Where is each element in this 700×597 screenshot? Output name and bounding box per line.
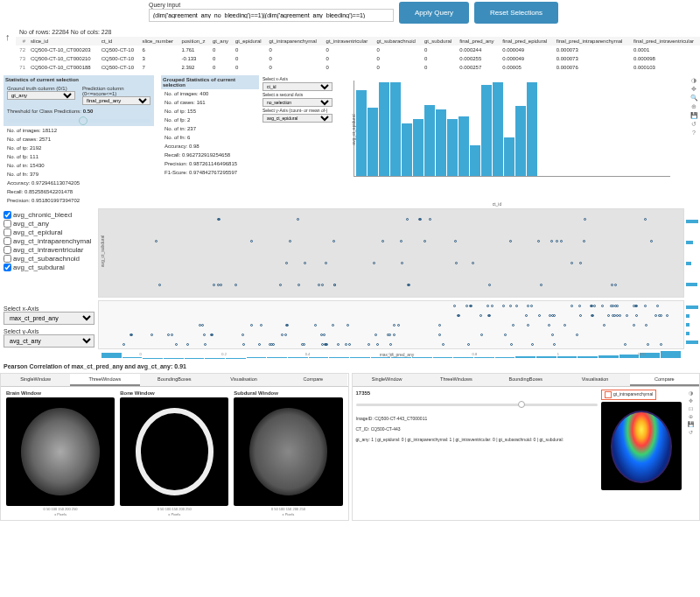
bar[interactable] bbox=[458, 116, 469, 176]
bokeh-icon: ◑ bbox=[685, 390, 696, 396]
metric-checkbox[interactable]: avg_ct_intraventricular bbox=[4, 245, 94, 254]
metric-checkbox[interactable]: avg_chronic_bleed bbox=[4, 210, 94, 219]
table-row[interactable]: 71CQ500-CT-10_CT000188CQ500-CT-1072.3920… bbox=[16, 63, 700, 72]
scroll-up-icon[interactable]: ↑ bbox=[5, 32, 10, 42]
metric-checkbox[interactable]: avg_ct_any bbox=[4, 219, 94, 228]
brain-window-image[interactable] bbox=[6, 397, 115, 506]
stat-line: Recall: 0.962732919254658 bbox=[161, 151, 259, 159]
tab-threewindows[interactable]: ThreeWindows bbox=[422, 374, 491, 386]
metric-checkbox[interactable]: avg_ct_intraparenchymal bbox=[4, 236, 94, 245]
bar[interactable] bbox=[470, 145, 480, 176]
col-header[interactable]: gt_epidural bbox=[233, 37, 267, 46]
bar[interactable] bbox=[356, 90, 367, 176]
tab-visualisation[interactable]: Visualisation bbox=[209, 374, 278, 386]
bar[interactable] bbox=[402, 123, 412, 176]
chart-tools[interactable]: ◑✥🔍⊕💾↺? bbox=[688, 75, 700, 205]
tab-singlewindow[interactable]: SingleWindow bbox=[1, 374, 70, 386]
bar[interactable] bbox=[390, 82, 401, 176]
tab-singlewindow[interactable]: SingleWindow bbox=[353, 374, 422, 386]
gt-col-select[interactable]: gt_any bbox=[7, 91, 75, 100]
bar[interactable] bbox=[515, 106, 526, 176]
slice-slider[interactable] bbox=[356, 404, 598, 406]
threshold-slider[interactable] bbox=[7, 119, 150, 123]
bone-window-title: Bone Window bbox=[120, 390, 228, 396]
col-header[interactable]: slice_id bbox=[28, 37, 99, 46]
table-row[interactable]: 72CQ500-CT-10_CT000203CQ500-CT-1061.7610… bbox=[16, 46, 700, 54]
stat-line: No. of cases: 161 bbox=[161, 98, 259, 107]
bokeh-icon: ◑ bbox=[688, 77, 700, 84]
chart-x-select[interactable]: ct_id bbox=[262, 82, 332, 91]
bar[interactable] bbox=[413, 119, 424, 176]
table-row[interactable]: 73CQ500-CT-10_CT000210CQ500-CT-103-0.133… bbox=[16, 54, 700, 63]
col-header[interactable]: ct_id bbox=[99, 37, 140, 46]
bar[interactable] bbox=[504, 137, 514, 176]
tab-boundingboxes[interactable]: BoundingBoxes bbox=[140, 374, 209, 386]
x-axis-select[interactable]: max_ct_pred_any bbox=[4, 312, 94, 325]
subdural-window-image[interactable] bbox=[234, 397, 342, 506]
tab-boundingboxes[interactable]: BoundingBoxes bbox=[491, 374, 560, 386]
col-header[interactable]: # bbox=[16, 37, 28, 46]
col-header[interactable]: final_pred_epidural bbox=[500, 37, 554, 46]
col-header[interactable]: final_pred_intraventricular bbox=[631, 37, 700, 46]
heatmap-image[interactable] bbox=[601, 402, 682, 490]
pred-col-select[interactable]: final_pred_any bbox=[82, 96, 150, 105]
zoom-icon: ⊡ bbox=[685, 405, 696, 411]
bar[interactable] bbox=[379, 82, 389, 176]
col-header[interactable]: gt_intraparenchymal bbox=[266, 37, 323, 46]
metric-checkbox[interactable]: avg_ct_epidural bbox=[4, 228, 94, 236]
chart-group-select[interactable]: no_selection bbox=[262, 98, 332, 107]
chart-y-select[interactable]: avg_ct_epidural bbox=[262, 114, 332, 123]
stat-line: Precision: 0.987261146496815 bbox=[161, 159, 259, 168]
col-header[interactable]: final_pred_any bbox=[457, 37, 500, 46]
stat-line: Recall: 0.852586542201478 bbox=[4, 187, 154, 196]
tab-compare[interactable]: Compare bbox=[630, 374, 699, 386]
bar[interactable] bbox=[481, 85, 492, 176]
y-axis-label: Select y-Axis bbox=[4, 328, 94, 334]
bar[interactable] bbox=[527, 82, 537, 176]
bar[interactable] bbox=[493, 82, 503, 176]
col-header[interactable]: gt_any bbox=[210, 37, 233, 46]
stat-line: No. of tn: 237 bbox=[161, 124, 259, 133]
bone-window-image[interactable] bbox=[120, 397, 228, 506]
col-header[interactable]: gt_subarachnoid bbox=[374, 37, 422, 46]
bar-chart: avg_ct_epidural ct_id bbox=[332, 75, 688, 205]
stat-line: Accuracy: 0.98 bbox=[161, 142, 259, 151]
apply-query-button[interactable]: Apply Query bbox=[399, 2, 469, 24]
stat-line: No. of cases: 2571 bbox=[4, 135, 154, 144]
bar[interactable] bbox=[424, 105, 435, 176]
chart-group-label: Select a second Axis bbox=[262, 92, 332, 97]
col-header[interactable]: gt_intraventricular bbox=[324, 37, 374, 46]
metric-checkbox[interactable]: avg_ct_subarachnoid bbox=[4, 254, 94, 263]
bar[interactable] bbox=[436, 109, 446, 176]
stat-line: Accuracy: 0.972946113074205 bbox=[4, 179, 154, 187]
metric-checkbox[interactable]: avg_ct_subdural bbox=[4, 263, 94, 271]
query-input[interactable] bbox=[149, 9, 394, 22]
x-axis-label: Select x-Axis bbox=[4, 306, 94, 312]
heatmap-tools[interactable]: ◑✥⊡⊕💾↺ bbox=[685, 390, 696, 490]
brain-window-title: Brain Window bbox=[6, 390, 115, 396]
y-axis-select[interactable]: avg_ct_any bbox=[4, 334, 94, 348]
grouped-stats-title: Grouped Statistics of current selection bbox=[161, 75, 259, 89]
tab-threewindows[interactable]: ThreeWindows bbox=[70, 374, 139, 386]
tab-visualisation[interactable]: Visualisation bbox=[560, 374, 629, 386]
col-header[interactable]: slice_number bbox=[139, 37, 178, 46]
col-header[interactable]: position_z bbox=[178, 37, 210, 46]
bar[interactable] bbox=[447, 119, 458, 176]
chart-x-label: Select x-Axis bbox=[262, 76, 332, 81]
pan-icon: ✥ bbox=[688, 86, 700, 93]
reset-selections-button[interactable]: Reset Selections bbox=[474, 2, 558, 24]
col-header[interactable]: gt_subdural bbox=[422, 37, 457, 46]
stat-line: No. of tp: 2192 bbox=[4, 144, 154, 152]
stat-line: No. of fp: 111 bbox=[4, 152, 154, 161]
help-icon: ? bbox=[688, 130, 700, 136]
wheel-icon: ⊕ bbox=[688, 103, 700, 110]
pan-icon: ✥ bbox=[685, 397, 696, 404]
stat-line: No. of tp: 155 bbox=[161, 107, 259, 116]
scatter-correlation[interactable]: max_ct_pred_any 00.20.40.60.811000 bbox=[98, 300, 684, 349]
wheel-icon: ⊕ bbox=[685, 413, 696, 419]
scatter-subdural[interactable]: avg_ct_subdural bbox=[98, 208, 684, 298]
meta-line: gt_any: 1 | gt_epidural: 0 | gt_intrapar… bbox=[356, 436, 598, 443]
tab-compare[interactable]: Compare bbox=[278, 374, 347, 386]
bar[interactable] bbox=[368, 108, 378, 176]
col-header[interactable]: final_pred_intraparenchymal bbox=[554, 37, 631, 46]
